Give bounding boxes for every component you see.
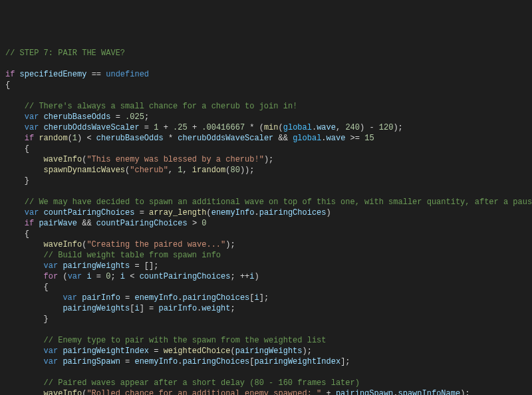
identifier: pairingWeightIndex — [63, 346, 149, 356]
string: "Rolled chance for an additional enemy s… — [86, 389, 321, 395]
operator: > — [192, 219, 197, 228]
operator: == — [92, 70, 101, 79]
function-weightedChoice: weightedChoice — [164, 346, 231, 356]
keyword-var: var — [44, 346, 59, 356]
function-waveInfo: waveInfo — [44, 389, 82, 395]
identifier: i — [120, 272, 125, 281]
function-spawnDynamicWaves: spawnDynamicWaves — [44, 166, 125, 175]
number: 0 — [106, 272, 110, 281]
number: 1 — [154, 123, 158, 132]
operator: = — [96, 272, 101, 281]
operator: = — [154, 346, 158, 356]
keyword-var: var — [25, 123, 39, 132]
global: global — [293, 134, 321, 143]
function-random: random — [39, 134, 67, 143]
undefined: undefined — [106, 70, 149, 79]
brace: { — [25, 144, 29, 154]
operator: = — [149, 304, 154, 313]
identifier: i — [249, 272, 254, 281]
brace: { — [5, 80, 10, 90]
comment: // There's always a small chance for a c… — [25, 102, 297, 111]
identifier: countPairingChoices — [96, 219, 188, 228]
operator: < — [130, 272, 134, 281]
identifier: pairingWeights — [235, 346, 303, 356]
identifier: enemyInfo — [211, 208, 255, 217]
number: 15 — [364, 134, 374, 143]
identifier: enemyInfo — [134, 357, 178, 366]
function-waveInfo: waveInfo — [44, 155, 82, 164]
keyword-var: var — [44, 357, 59, 366]
identifier: i — [134, 304, 139, 313]
operator: + — [164, 123, 168, 132]
operator: - — [369, 123, 374, 132]
identifier: pairingSpawn — [63, 357, 120, 366]
operator: < — [86, 134, 91, 143]
function-min: min — [264, 123, 279, 132]
identifier: enemyInfo — [134, 293, 178, 303]
property: wave — [327, 134, 346, 143]
identifier: cherubOddsWaveScaler — [44, 123, 140, 132]
property: spawnInfoName — [398, 389, 461, 395]
keyword-var: var — [63, 293, 77, 303]
property: pairingChoices — [182, 293, 249, 303]
identifier: pairingSpawn — [336, 389, 393, 395]
number: .025 — [125, 112, 144, 122]
operator: = — [125, 293, 130, 303]
property: pairingChoices — [182, 357, 249, 366]
identifier: i — [86, 272, 91, 281]
operator: = — [144, 123, 149, 132]
operator: && — [82, 219, 91, 228]
brace: } — [25, 176, 29, 186]
number: .00416667 — [201, 123, 245, 132]
identifier: pairInfo — [82, 293, 120, 303]
operator: = — [125, 357, 130, 366]
property: pairingChoices — [259, 208, 327, 217]
global: global — [283, 123, 312, 132]
identifier: specifiedEnemy — [20, 70, 87, 79]
string: "cherub" — [130, 166, 168, 175]
operator: + — [192, 123, 197, 132]
comment: // Paired waves appear after a short del… — [44, 378, 360, 388]
code-block: // STEP 7: PAIR THE WAVE? if specifiedEn… — [5, 48, 527, 395]
identifier: countPairingChoices — [44, 208, 135, 217]
comment: // Enemy type to pair with the spawn fro… — [44, 336, 327, 345]
operator: + — [326, 389, 331, 395]
keyword-var: var — [44, 261, 59, 271]
number: 80 — [230, 166, 239, 175]
brace: { — [25, 229, 29, 239]
function-waveInfo: waveInfo — [44, 240, 82, 249]
keyword-var: var — [25, 208, 39, 217]
keyword-if: if — [25, 134, 34, 143]
brace: } — [44, 315, 49, 324]
property: wave — [317, 123, 336, 132]
operator: && — [279, 134, 288, 143]
function-irandom: irandom — [192, 166, 225, 175]
keyword-if: if — [25, 219, 34, 228]
identifier: pairInfo — [158, 304, 197, 313]
keyword-if: if — [5, 70, 15, 79]
keyword-for: for — [44, 272, 59, 281]
number: 1 — [178, 166, 182, 175]
string: "Creating the paired wave..." — [86, 240, 225, 249]
string: "This enemy was blessed by a cherub!" — [86, 155, 263, 164]
number: 0 — [201, 219, 206, 228]
identifier: pairingWeightIndex — [255, 357, 341, 366]
operator: = — [140, 208, 144, 217]
identifier: i — [255, 293, 259, 303]
operator: >= — [350, 134, 360, 143]
operator: * — [168, 134, 173, 143]
operator: = — [116, 112, 120, 122]
identifier: pairingWeights — [63, 261, 130, 271]
number: 1 — [72, 134, 77, 143]
operator: = — [134, 261, 139, 271]
comment: // We may have decided to spawn an addit… — [25, 198, 532, 207]
identifier: cherubBaseOdds — [96, 134, 164, 143]
keyword-var: var — [25, 112, 39, 122]
identifier: pairWave — [39, 219, 77, 228]
keyword-var: var — [68, 272, 82, 281]
function-array-length: array_length — [149, 208, 206, 217]
property: weight — [201, 304, 230, 313]
number: 240 — [345, 123, 360, 132]
comment: // Build weight table from spawn info — [44, 251, 221, 260]
identifier: cherubOddsWaveScaler — [178, 134, 273, 143]
